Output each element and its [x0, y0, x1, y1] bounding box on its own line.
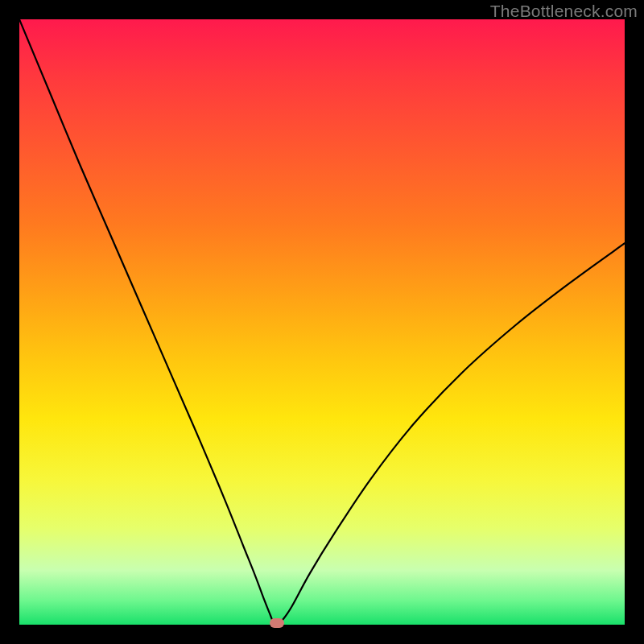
chart-frame: TheBottleneck.com [0, 0, 644, 644]
optimum-marker [270, 618, 284, 628]
plot-area [19, 19, 625, 625]
watermark-text: TheBottleneck.com [490, 2, 638, 21]
bottleneck-curve [19, 19, 625, 625]
